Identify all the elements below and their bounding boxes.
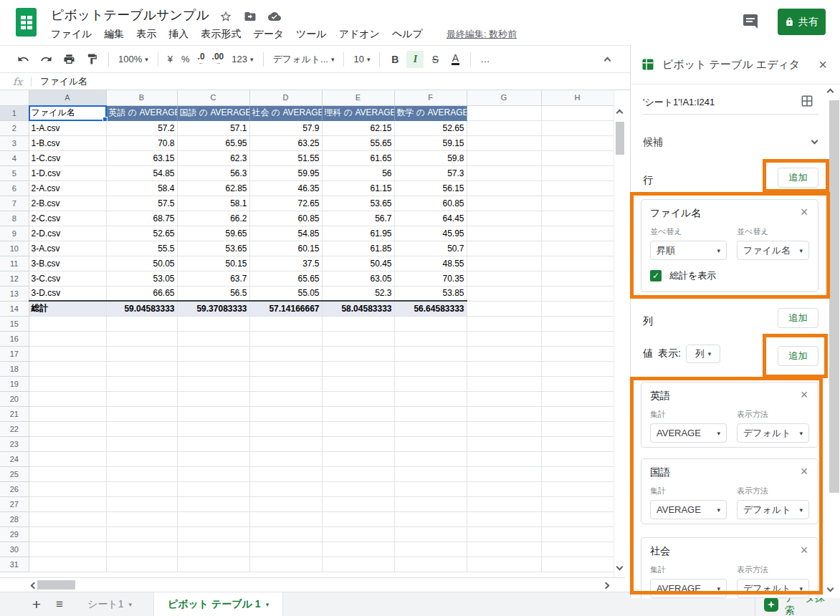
cell-value[interactable]: 59.65 — [177, 226, 249, 241]
summarize-select[interactable]: AVERAGE▾ — [650, 579, 727, 598]
cell[interactable] — [249, 496, 322, 511]
cell[interactable] — [467, 241, 541, 256]
zoom-select[interactable]: 100%▾ — [118, 54, 148, 64]
cell-value[interactable]: 63.25 — [249, 135, 322, 150]
cell[interactable] — [322, 451, 394, 466]
cell[interactable] — [106, 557, 177, 572]
cell[interactable] — [541, 316, 614, 331]
cell[interactable] — [29, 511, 106, 526]
cell[interactable] — [322, 421, 394, 436]
cell[interactable] — [394, 406, 467, 421]
cell-value[interactable]: 63.15 — [106, 150, 177, 165]
cell-row-label[interactable]: 1-D.csv — [29, 165, 106, 181]
spreadsheet-grid[interactable]: ABCDEFGH1ファイル名英語 の AVERAGE国語 の AVERAGE社会… — [0, 90, 625, 577]
row-header-23[interactable]: 23 — [0, 436, 29, 451]
row-header-20[interactable]: 20 — [0, 391, 29, 406]
row-header-2[interactable]: 2 — [0, 120, 29, 135]
cell[interactable] — [541, 196, 614, 211]
formula-bar-value[interactable]: ファイル名 — [40, 75, 87, 88]
cell[interactable] — [29, 451, 106, 466]
cell[interactable] — [541, 436, 614, 451]
all-sheets-menu-icon[interactable]: ≡ — [49, 594, 70, 615]
remove-field-icon[interactable]: × — [797, 388, 811, 402]
row-header-31[interactable]: 31 — [0, 557, 29, 572]
cell[interactable] — [541, 165, 614, 181]
cell[interactable] — [29, 346, 106, 361]
cell-value[interactable]: 55.05 — [249, 286, 322, 301]
cell[interactable] — [467, 557, 541, 572]
cell[interactable] — [106, 421, 177, 436]
row-header-26[interactable]: 26 — [0, 481, 29, 496]
cell-value[interactable]: 61.85 — [322, 241, 394, 256]
text-color-button[interactable]: A — [447, 51, 464, 68]
cell[interactable] — [394, 346, 467, 361]
share-button[interactable]: 共有 — [778, 9, 826, 35]
total-value-cell[interactable]: 58.04583333 — [322, 301, 394, 316]
cell[interactable] — [467, 271, 541, 286]
comments-button[interactable] — [740, 11, 761, 32]
row-header-10[interactable]: 10 — [0, 241, 29, 256]
cell[interactable] — [249, 391, 322, 406]
cell-value[interactable]: 50.7 — [394, 241, 467, 256]
menu-insert[interactable]: 挿入 — [168, 28, 188, 41]
cell[interactable] — [177, 406, 249, 421]
cell[interactable] — [467, 331, 541, 346]
cell-value[interactable]: 57.3 — [394, 165, 467, 181]
cell[interactable] — [467, 301, 541, 316]
total-value-cell[interactable]: 56.64583333 — [394, 301, 467, 316]
rows-add-button[interactable]: 追加 — [778, 168, 818, 188]
row-header-29[interactable]: 29 — [0, 526, 29, 542]
star-icon[interactable] — [219, 10, 232, 23]
percent-format-button[interactable]: % — [181, 54, 190, 64]
cell-value[interactable]: 46.35 — [249, 181, 322, 196]
cell[interactable] — [322, 406, 394, 421]
cell[interactable] — [177, 376, 249, 391]
cell[interactable] — [106, 542, 177, 557]
cell[interactable] — [322, 557, 394, 572]
cell[interactable] — [541, 181, 614, 196]
cell[interactable] — [394, 451, 467, 466]
cell[interactable] — [106, 346, 177, 361]
cell[interactable] — [177, 466, 249, 481]
cell-value[interactable]: 58.4 — [106, 181, 177, 196]
cell[interactable] — [394, 466, 467, 481]
decrease-decimal-button[interactable]: .0← — [198, 52, 205, 66]
total-label-cell[interactable]: 総計 — [29, 301, 106, 316]
cell[interactable] — [467, 451, 541, 466]
row-header-11[interactable]: 11 — [0, 256, 29, 271]
cell[interactable] — [177, 496, 249, 511]
menu-tools[interactable]: ツール — [296, 28, 327, 41]
cell[interactable] — [394, 376, 467, 391]
cell[interactable] — [249, 481, 322, 496]
cell-value[interactable]: 66.65 — [106, 286, 177, 301]
cell[interactable] — [541, 496, 614, 511]
sort-order-select[interactable]: 昇順▾ — [650, 241, 727, 260]
values-show-as-select[interactable]: 列▾ — [686, 345, 720, 363]
cell-value[interactable]: 59.8 — [394, 150, 467, 165]
cell[interactable] — [29, 496, 106, 511]
cell[interactable] — [467, 496, 541, 511]
collapse-toolbar-button[interactable] — [605, 53, 610, 66]
cell[interactable] — [249, 316, 322, 331]
row-header-19[interactable]: 19 — [0, 376, 29, 391]
remove-field-icon[interactable]: × — [797, 543, 811, 557]
menu-addons[interactable]: アドオン — [339, 28, 380, 41]
row-header-12[interactable]: 12 — [0, 271, 29, 286]
scroll-up-arrow[interactable] — [616, 110, 624, 117]
row-header-16[interactable]: 16 — [0, 331, 29, 346]
column-header-B[interactable]: B — [106, 90, 177, 105]
cell-value[interactable]: 48.55 — [394, 256, 467, 271]
cell[interactable] — [467, 376, 541, 391]
cell[interactable] — [177, 526, 249, 542]
remove-field-icon[interactable]: × — [797, 464, 811, 478]
menu-data[interactable]: データ — [253, 28, 284, 41]
cell-row-label[interactable]: 3-B.csv — [29, 256, 106, 271]
cell[interactable] — [467, 316, 541, 331]
cell[interactable] — [394, 436, 467, 451]
cell-row-label[interactable]: 1-A.csv — [29, 120, 106, 135]
cell-row-label[interactable]: 2-A.csv — [29, 181, 106, 196]
cell[interactable] — [394, 421, 467, 436]
cell-value[interactable]: 57.2 — [106, 120, 177, 135]
cell-value[interactable]: 65.95 — [177, 135, 249, 150]
vertical-scroll-thumb[interactable] — [616, 122, 624, 155]
